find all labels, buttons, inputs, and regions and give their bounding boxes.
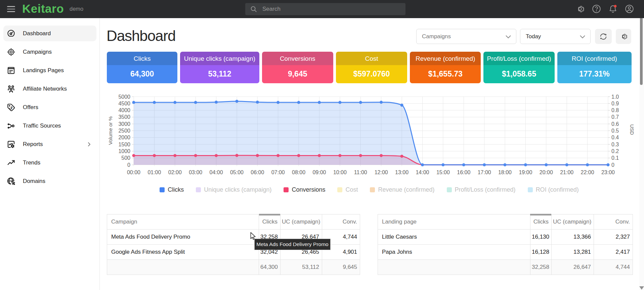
svg-text:0.4: 0.4 <box>611 135 619 140</box>
svg-text:Volume or %: Volume or % <box>108 116 113 145</box>
svg-text:12:00: 12:00 <box>375 170 388 175</box>
svg-text:4500: 4500 <box>118 101 130 106</box>
svg-text:11:00: 11:00 <box>354 170 367 175</box>
svg-text:USD: USD <box>629 124 635 135</box>
svg-text:1.0: 1.0 <box>611 94 619 100</box>
svg-text:0.6: 0.6 <box>611 121 619 127</box>
svg-text:16:00: 16:00 <box>457 170 470 175</box>
svg-text:19:00: 19:00 <box>519 170 532 175</box>
svg-text:03:00: 03:00 <box>189 170 202 175</box>
svg-text:18:00: 18:00 <box>498 170 512 175</box>
svg-text:3000: 3000 <box>118 121 130 127</box>
svg-text:22:00: 22:00 <box>581 170 594 175</box>
svg-text:500: 500 <box>121 155 130 161</box>
svg-text:3500: 3500 <box>118 114 130 120</box>
svg-text:00:00: 00:00 <box>127 170 140 175</box>
svg-text:08:00: 08:00 <box>292 170 305 175</box>
svg-text:4000: 4000 <box>118 107 130 113</box>
svg-text:21:00: 21:00 <box>560 170 573 175</box>
svg-text:01:00: 01:00 <box>147 170 161 175</box>
svg-text:09:00: 09:00 <box>312 170 326 175</box>
svg-text:0.5: 0.5 <box>611 128 619 134</box>
svg-text:10:00: 10:00 <box>333 170 347 175</box>
svg-text:1000: 1000 <box>118 148 130 154</box>
svg-text:14:00: 14:00 <box>416 170 429 175</box>
svg-text:0.8: 0.8 <box>611 107 619 113</box>
svg-text:15:00: 15:00 <box>436 170 450 175</box>
svg-text:06:00: 06:00 <box>251 170 264 175</box>
svg-text:17:00: 17:00 <box>478 170 491 175</box>
svg-text:1500: 1500 <box>118 142 130 147</box>
svg-text:05:00: 05:00 <box>230 170 244 175</box>
svg-text:20:00: 20:00 <box>540 170 553 175</box>
svg-text:0.9: 0.9 <box>611 101 619 106</box>
svg-text:13:00: 13:00 <box>395 170 409 175</box>
svg-text:0.3: 0.3 <box>611 142 619 147</box>
svg-text:0.2: 0.2 <box>611 148 619 154</box>
svg-text:2500: 2500 <box>118 128 130 134</box>
svg-text:5000: 5000 <box>118 94 130 100</box>
svg-text:0: 0 <box>611 162 614 168</box>
svg-text:2000: 2000 <box>118 135 130 140</box>
svg-text:07:00: 07:00 <box>271 170 285 175</box>
svg-text:04:00: 04:00 <box>210 170 223 175</box>
svg-text:02:00: 02:00 <box>168 170 182 175</box>
svg-text:0.7: 0.7 <box>611 114 619 120</box>
svg-text:0: 0 <box>127 162 130 168</box>
svg-text:23:00: 23:00 <box>601 170 615 175</box>
svg-text:0.1: 0.1 <box>611 155 619 161</box>
